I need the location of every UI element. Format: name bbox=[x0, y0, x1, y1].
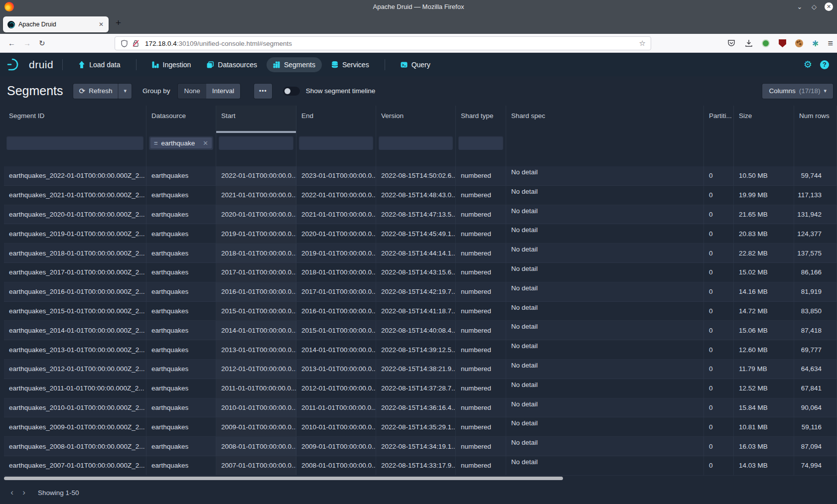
insecure-lock-icon[interactable] bbox=[133, 40, 139, 47]
cell-num_rows: 90,064 bbox=[794, 398, 837, 417]
cell-num_rows: 124,377 bbox=[794, 224, 837, 243]
nav-item-services[interactable]: Services bbox=[325, 57, 376, 72]
back-icon[interactable]: ← bbox=[8, 39, 15, 47]
group-by-interval-button[interactable]: Interval bbox=[206, 84, 240, 99]
table-row: earthquakes_2014-01-01T00:00:00.000Z_2..… bbox=[4, 321, 837, 340]
tab-close-icon[interactable]: ✕ bbox=[99, 21, 104, 28]
datasource-filter-tag[interactable]: =earthquake✕ bbox=[150, 137, 212, 148]
ingestion-icon bbox=[152, 61, 159, 68]
next-page-icon[interactable]: › bbox=[18, 487, 30, 499]
table-row: earthquakes_2017-01-01T00:00:00.000Z_2..… bbox=[4, 263, 837, 282]
cell-partitions: 0 bbox=[704, 456, 734, 475]
settings-gear-icon[interactable]: ⚙ bbox=[804, 59, 812, 70]
help-icon[interactable]: ? bbox=[820, 60, 829, 69]
cell-id: earthquakes_2013-01-01T00:00:00.000Z_2..… bbox=[4, 340, 146, 359]
cell-shard_type: numbered bbox=[456, 186, 506, 205]
cell-partitions: 0 bbox=[704, 282, 734, 301]
column-header-end[interactable]: End bbox=[296, 106, 376, 133]
cell-datasource: earthquakes bbox=[146, 186, 216, 205]
cookie-extension-icon[interactable] bbox=[795, 39, 803, 47]
bookmark-star-icon[interactable]: ☆ bbox=[639, 39, 646, 48]
cell-id: earthquakes_2007-01-01T00:00:00.000Z_2..… bbox=[4, 456, 146, 475]
cell-end: 2017-01-01T00:00:00.0... bbox=[296, 282, 376, 301]
cell-end: 2018-01-01T00:00:00.0... bbox=[296, 263, 376, 282]
segments-icon bbox=[273, 61, 280, 68]
cell-size: 11.79 MB bbox=[734, 360, 794, 378]
column-header-partitions[interactable]: Partiti... bbox=[704, 106, 734, 133]
refresh-icon: ⟳ bbox=[79, 87, 86, 96]
table-row: earthquakes_2016-01-01T00:00:00.000Z_2..… bbox=[4, 282, 837, 302]
filter-input-version[interactable] bbox=[379, 136, 453, 150]
filter-input-start[interactable] bbox=[219, 136, 293, 150]
refresh-interval-dropdown[interactable]: ▾ bbox=[118, 84, 132, 99]
druid-logo[interactable]: druid bbox=[7, 58, 53, 71]
filter-input-shard_type[interactable] bbox=[458, 136, 503, 150]
column-header-shard_spec[interactable]: Shard spec bbox=[506, 106, 704, 133]
cell-datasource: earthquakes bbox=[146, 437, 216, 456]
cell-version: 2022-08-15T14:35:29.1... bbox=[376, 417, 456, 436]
cell-id: earthquakes_2015-01-01T00:00:00.000Z_2..… bbox=[4, 302, 146, 321]
cell-start: 2013-01-01T00:00:00.0... bbox=[216, 340, 296, 359]
browser-toolbar: ← → ↻ 172.18.0.4:30109/unified-console.h… bbox=[0, 34, 837, 53]
remove-filter-icon[interactable]: ✕ bbox=[203, 139, 208, 147]
cell-id: earthquakes_2018-01-01T00:00:00.000Z_2..… bbox=[4, 244, 146, 262]
previous-page-icon[interactable]: ‹ bbox=[6, 487, 18, 499]
column-header-num_rows[interactable]: Num rows bbox=[794, 106, 837, 133]
columns-button[interactable]: Columns (17/18) ▾ bbox=[762, 84, 833, 99]
browser-tab[interactable]: Apache Druid ✕ bbox=[3, 16, 109, 32]
druid-navbar: druid Load data Ingestion Datasources Se… bbox=[0, 53, 837, 76]
pocket-icon[interactable] bbox=[727, 39, 735, 48]
column-header-size[interactable]: Size bbox=[734, 106, 794, 133]
cell-id: earthquakes_2019-01-01T00:00:00.000Z_2..… bbox=[4, 224, 146, 243]
cell-version: 2022-08-15T14:38:21.9... bbox=[376, 360, 456, 378]
cell-shard_spec: No detail bbox=[506, 263, 704, 282]
nav-item-load-data[interactable]: Load data bbox=[72, 57, 127, 72]
segment-timeline-toggle[interactable] bbox=[283, 87, 300, 96]
cell-start: 2010-01-01T00:00:00.0... bbox=[216, 398, 296, 417]
cell-size: 21.65 MB bbox=[734, 205, 794, 224]
nav-item-query[interactable]: Query bbox=[394, 57, 437, 72]
downloads-icon[interactable] bbox=[744, 39, 753, 48]
window-close-icon[interactable]: ✕ bbox=[825, 2, 833, 11]
cell-size: 12.60 MB bbox=[734, 340, 794, 359]
cell-size: 15.02 MB bbox=[734, 263, 794, 282]
ublock-origin-icon[interactable] bbox=[779, 39, 786, 47]
cell-partitions: 0 bbox=[704, 186, 734, 205]
nav-item-segments[interactable]: Segments bbox=[267, 57, 322, 72]
extension-green-icon[interactable] bbox=[762, 39, 770, 47]
refresh-button[interactable]: ⟳ Refresh bbox=[73, 84, 119, 99]
reload-icon[interactable]: ↻ bbox=[39, 39, 45, 48]
cell-id: earthquakes_2021-01-01T00:00:00.000Z_2..… bbox=[4, 186, 146, 205]
cell-size: 19.99 MB bbox=[734, 186, 794, 205]
druid-brand-text: druid bbox=[29, 59, 53, 71]
column-header-shard_type[interactable]: Shard type bbox=[456, 106, 506, 133]
cell-size: 14.72 MB bbox=[734, 302, 794, 321]
cell-start: 2011-01-01T00:00:00.0... bbox=[216, 379, 296, 398]
extension-asterisk-icon[interactable]: ✱ bbox=[812, 39, 819, 48]
url-bar[interactable]: 172.18.0.4:30109/unified-console.html#se… bbox=[115, 36, 651, 50]
filter-input-end[interactable] bbox=[299, 136, 373, 150]
cell-shard_type: numbered bbox=[456, 263, 506, 282]
cell-datasource: earthquakes bbox=[146, 244, 216, 262]
menu-icon[interactable]: ≡ bbox=[828, 38, 833, 49]
new-tab-button[interactable]: + bbox=[116, 17, 121, 28]
column-header-version[interactable]: Version bbox=[376, 106, 456, 133]
cell-shard_spec: No detail bbox=[506, 186, 704, 205]
group-by-none-button[interactable]: None bbox=[178, 84, 206, 99]
cell-version: 2022-08-15T14:37:28.7... bbox=[376, 379, 456, 398]
filter-input-datasource[interactable]: =earthquake✕ bbox=[149, 136, 213, 150]
group-by-label: Group by bbox=[142, 87, 170, 95]
forward-icon[interactable]: → bbox=[23, 39, 31, 47]
nav-divider bbox=[136, 59, 137, 70]
column-header-start[interactable]: Start bbox=[216, 106, 296, 133]
filter-input-id[interactable] bbox=[6, 136, 143, 150]
nav-item-ingestion[interactable]: Ingestion bbox=[145, 57, 198, 72]
tracking-shield-icon[interactable] bbox=[121, 40, 128, 47]
window-minimize-icon[interactable]: ⌄ bbox=[796, 3, 804, 10]
column-header-id[interactable]: Segment ID bbox=[4, 106, 146, 133]
column-header-datasource[interactable]: Datasource bbox=[146, 106, 216, 133]
more-options-button[interactable]: ••• bbox=[254, 84, 272, 99]
window-maximize-icon[interactable]: ◇ bbox=[810, 3, 818, 10]
horizontal-scrollbar-thumb[interactable] bbox=[4, 477, 563, 480]
nav-item-datasources[interactable]: Datasources bbox=[200, 57, 264, 72]
